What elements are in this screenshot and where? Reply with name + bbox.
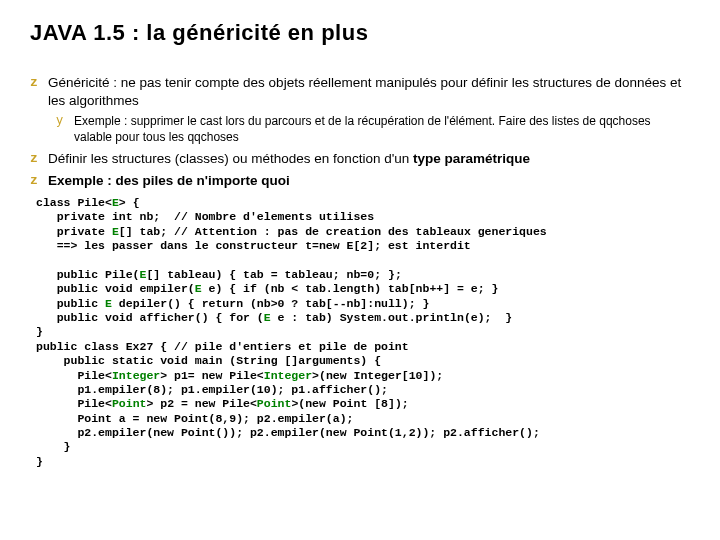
bullet-text-bold: type paramétrique	[413, 151, 530, 166]
bullet-marker-icon: z	[30, 150, 48, 168]
bullet-marker-icon: z	[30, 172, 48, 190]
bullet-text-part: Définir les structures (classes) ou méth…	[48, 151, 413, 166]
sub-bullet-marker-icon: y	[56, 114, 74, 130]
sub-bullet-item: y Exemple : supprimer le cast lors du pa…	[56, 114, 690, 145]
bullet-item: z Exemple : des piles de n'importe quoi	[30, 172, 690, 190]
slide-title: JAVA 1.5 : la généricité en plus	[30, 20, 690, 46]
sub-bullet-text: Exemple : supprimer le cast lors du parc…	[74, 114, 690, 145]
bullet-item: z Généricité : ne pas tenir compte des o…	[30, 74, 690, 110]
code-block: class Pile<E> { private int nb; // Nombr…	[36, 196, 690, 469]
bullet-marker-icon: z	[30, 74, 48, 92]
bullet-text: Généricité : ne pas tenir compte des obj…	[48, 74, 690, 110]
bullet-text: Exemple : des piles de n'importe quoi	[48, 172, 690, 190]
bullet-item: z Définir les structures (classes) ou mé…	[30, 150, 690, 168]
bullet-text: Définir les structures (classes) ou méth…	[48, 150, 690, 168]
